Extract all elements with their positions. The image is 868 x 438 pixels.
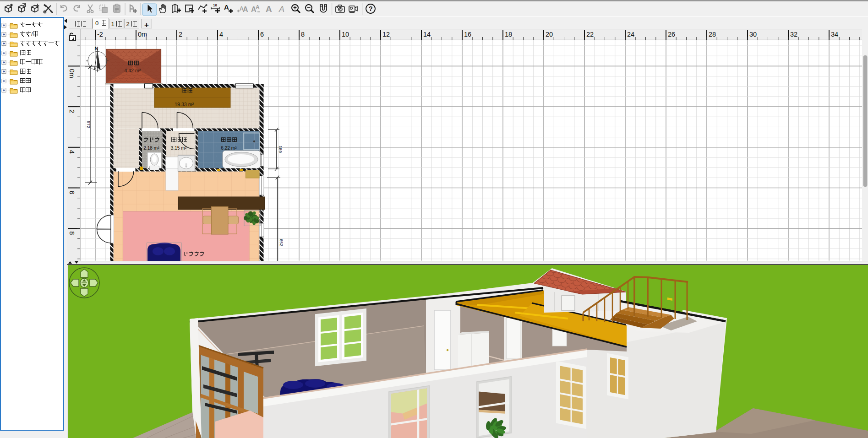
svg-text:A: A [243, 5, 248, 13]
svg-text:A: A [224, 3, 229, 11]
svg-text:3.15 m²: 3.15 m² [171, 146, 187, 151]
svg-text:0m: 0m [68, 69, 76, 78]
svg-text:28: 28 [709, 31, 716, 38]
svg-text:8: 8 [68, 231, 76, 235]
svg-text:6: 6 [68, 191, 76, 195]
svg-text:19.33 m²: 19.33 m² [175, 102, 194, 107]
svg-text:8: 8 [301, 31, 305, 38]
svg-text:2.18 m²: 2.18 m² [143, 146, 159, 151]
svg-text:572: 572 [86, 121, 91, 128]
svg-text:22: 22 [586, 31, 594, 38]
svg-text:12: 12 [382, 31, 390, 38]
svg-text:30: 30 [749, 31, 757, 38]
svg-text:0m: 0m [138, 31, 147, 38]
svg-text:A: A [256, 4, 260, 11]
svg-text:6: 6 [260, 31, 264, 38]
svg-text:10: 10 [342, 31, 349, 38]
svg-text:20: 20 [546, 31, 553, 38]
svg-text:2: 2 [68, 109, 76, 113]
svg-text:2: 2 [179, 31, 182, 38]
svg-text:A: A [266, 4, 272, 14]
svg-text:18: 18 [505, 31, 512, 38]
svg-text:N: N [95, 46, 98, 51]
svg-text:6.22 m²: 6.22 m² [221, 146, 237, 151]
svg-text:24: 24 [627, 31, 634, 38]
svg-text:-2: -2 [97, 31, 103, 38]
svg-text:4: 4 [68, 150, 76, 154]
svg-text:4: 4 [219, 31, 223, 38]
svg-text:26: 26 [668, 31, 675, 38]
svg-text:?: ? [369, 5, 373, 12]
svg-text:16: 16 [464, 31, 471, 38]
svg-text:14: 14 [423, 31, 431, 38]
svg-text:10: 10 [213, 3, 217, 7]
svg-text:189: 189 [278, 146, 283, 153]
svg-text:34: 34 [831, 31, 838, 38]
svg-text:4.42 m²: 4.42 m² [124, 68, 141, 73]
svg-text:652: 652 [279, 239, 284, 246]
svg-text:32: 32 [790, 31, 797, 38]
svg-text:A: A [278, 5, 284, 14]
